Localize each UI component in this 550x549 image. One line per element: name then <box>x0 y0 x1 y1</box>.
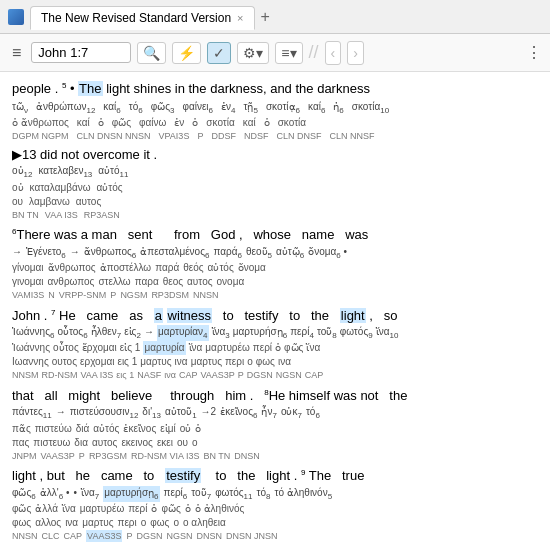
verse5-english: people . 5 • The light shines in the dar… <box>12 80 538 99</box>
verse7-greek: Ἰωάννης6 οὗτος6 ἦλθεν7 εἰς2 → μαρτυρίαν4… <box>12 325 538 341</box>
verse5b-lex: οὐ καταλαμβάνω αὐτός <box>12 181 538 195</box>
verse6-english: 6There was a man sent from God , whose n… <box>12 226 538 245</box>
verse5-parse: DGPM NGPM CLN DNSN NNSN VPAI3S P DDSF ND… <box>12 130 538 143</box>
app-icon <box>8 9 24 25</box>
verse7b-english: that all might believe through him . 8He… <box>12 387 538 406</box>
verse6-lex2: γινομαι ανθρωπος στελλω παρα θεος αυτος … <box>12 275 538 289</box>
verse5b-english: ▶13 did not overcome it . <box>12 146 538 164</box>
tab-label: The New Revised Standard Version <box>41 11 231 25</box>
new-tab-button[interactable]: + <box>261 8 270 26</box>
verse7-english: John . 7 He came as a witness to testify… <box>12 307 538 326</box>
verse7b-parse: JNPM VAAS3P P RP3GSM RD-NSM VIA I3S BN T… <box>12 450 538 463</box>
layout-button[interactable]: ≡▾ <box>275 42 302 64</box>
verse5b-lex2: ου λαμβανω αυτος <box>12 195 538 209</box>
verse8-lex: φῶς ἀλλά ἵνα μαρτυρέω περί ὁ φῶς ὁ ὁ ἀλη… <box>12 502 538 516</box>
verse7-lex: Ἰωάννης οὗτος ἔρχομαι εἰς 1 μαρτυρία ἵνα… <box>12 341 538 355</box>
search-button[interactable]: 🔍 <box>137 42 166 64</box>
verse7-parse: NNSM RD-NSM VAA I3S εις 1 NASF ινα CAP V… <box>12 369 538 382</box>
tab-close-button[interactable]: × <box>237 12 243 24</box>
verse5b-greek: οὐ12 κατελαβεν13 αὐτό11 <box>12 164 538 180</box>
interlinear-content: people . 5 • The light shines in the dar… <box>12 80 538 542</box>
prev-button[interactable]: ‹ <box>325 41 342 65</box>
separator: // <box>309 42 319 63</box>
verse8-english: light , but he came to testify to the li… <box>12 467 538 486</box>
verse5-text: people . 5 • The light shines in the dar… <box>12 81 370 96</box>
reference-value: John 1:7 <box>38 45 88 60</box>
next-button[interactable]: › <box>347 41 364 65</box>
verse8-lex2: φως αλλος ινα μαρτυς περι ο φως ο ο αληθ… <box>12 516 538 530</box>
verse7b-lex2: πας πιστευω δια αυτος εκεινος εκει ου ο <box>12 436 538 450</box>
verse7-lex2: Ιωαννης ουτος ερχομαι εις 1 μαρτυς ινα μ… <box>12 355 538 369</box>
title-bar: The New Revised Standard Version × + <box>0 0 550 34</box>
verse6-parse: VAMI3S N VRPP-SNM P NGSM RP3DSM NNSN <box>12 289 538 302</box>
interlinear-button[interactable]: ✓ <box>207 42 231 64</box>
toolbar: ≡ John 1:7 🔍 ⚡ ✓ ⚙▾ ≡▾ // ‹ › ⋮ <box>0 34 550 72</box>
parallel-button[interactable]: ⚡ <box>172 42 201 64</box>
verse7b-greek: πάντες11 → πιστεύσουσιν12 δι'13 αὐτοῦ1 →… <box>12 405 538 421</box>
options-button[interactable]: ⋮ <box>526 43 542 62</box>
menu-button[interactable]: ≡ <box>8 42 25 64</box>
verse6-lex: γίνομαι ἄνθρωπος ἀποστέλλω παρά θεός αὐτ… <box>12 261 538 275</box>
content-area: people . 5 • The light shines in the dar… <box>0 72 550 549</box>
active-tab[interactable]: The New Revised Standard Version × <box>30 6 255 30</box>
verse7b-lex: πᾶς πιστεύω διά αὐτός ἐκεῖνος εἰμί οὐ ὁ <box>12 422 538 436</box>
verse5-lexical: ὁ ἄνθρωπος καί ὁ φῶς φαίνω ἐν ὁ σκοτία κ… <box>12 116 538 130</box>
settings-button[interactable]: ⚙▾ <box>237 42 269 64</box>
reference-input[interactable]: John 1:7 <box>31 42 131 63</box>
verse8-parse: NNSN CLC CAP VAAS3S P DGSN NGSN DNSN DNS… <box>12 530 538 543</box>
verse8-greek: φῶς6 ἀλλ'6 • • ἵνα7 μαρτυρήσῃ6 περί6 τοῦ… <box>12 486 538 502</box>
verse5-greek: τῶν ἀνθρώπων12 καί6 τό6 φῶς3 φαίνει6 ἐν4… <box>12 100 538 116</box>
verse5b-parse: BN TN VAA I3S RP3ASN <box>12 209 538 222</box>
verse6-greek: →Ἐγένετο6 →ἄνθρωπος6 ἀπεσταλμένος6 παρά6… <box>12 245 538 261</box>
